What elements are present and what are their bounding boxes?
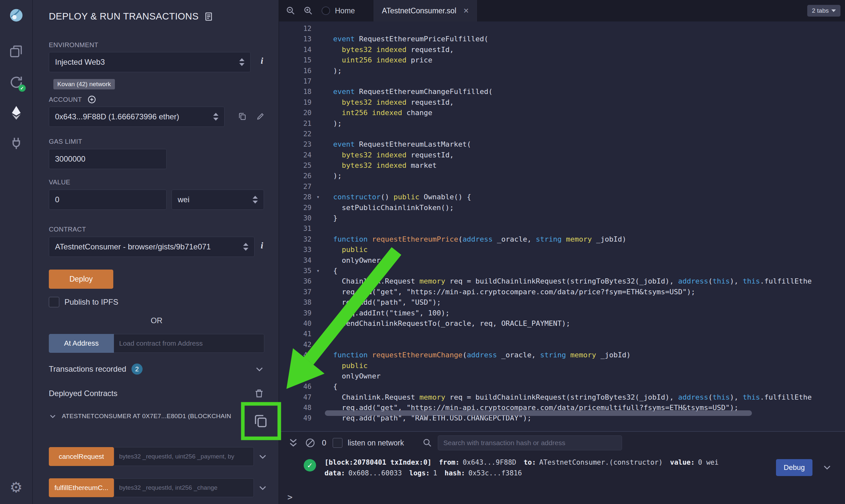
fold-gutter <box>311 413 325 424</box>
function-row: cancelRequest <box>49 447 268 466</box>
chevron-down-icon[interactable] <box>255 364 264 374</box>
add-account-icon[interactable] <box>87 95 96 104</box>
terminal-bar: 0 listen on network <box>279 432 845 454</box>
value-input[interactable] <box>49 190 167 210</box>
fold-gutter <box>311 392 325 402</box>
terminal-search-input[interactable] <box>438 435 622 450</box>
chevron-down-icon[interactable] <box>49 412 57 420</box>
horizontal-scrollbar[interactable] <box>325 410 752 416</box>
function-row: fulfillEthereumC... <box>49 478 268 497</box>
value-label: VALUE <box>49 179 70 186</box>
active-file-name: ATestnetConsumer.sol <box>382 6 456 15</box>
remix-logo-icon[interactable] <box>8 7 24 23</box>
cancelRequest-params-input[interactable] <box>115 447 254 466</box>
code-line: 17 <box>279 76 845 87</box>
code-line: 16 ); <box>279 66 845 76</box>
plugin-manager-icon[interactable] <box>8 135 24 151</box>
file-explorer-icon[interactable] <box>8 43 24 60</box>
chevron-down-icon[interactable] <box>258 483 268 492</box>
deploy-button[interactable]: Deploy <box>49 270 113 289</box>
transactions-recorded-label: Transactions recorded <box>49 364 126 374</box>
code-line: 32 function requestEthereumPrice(address… <box>279 234 845 245</box>
fold-gutter <box>311 297 325 308</box>
code-line: 42 <box>279 340 845 350</box>
fold-gutter <box>311 23 325 34</box>
icon-sidebar: ✓ ⚙ <box>0 0 33 504</box>
pending-tx-count: 0 <box>322 438 326 447</box>
deploy-and-run-icon[interactable] <box>8 105 24 121</box>
environment-label: ENVIRONMENT <box>49 41 98 49</box>
tab-active-file[interactable]: ATestnetConsumer.sol × <box>373 0 478 21</box>
document-icon <box>204 12 213 21</box>
fold-gutter <box>311 381 325 392</box>
unit-select[interactable]: wei <box>172 190 264 210</box>
code-line: 25 bytes32 indexed market <box>279 160 845 171</box>
fold-gutter <box>311 34 325 44</box>
fold-gutter <box>311 87 325 97</box>
fulfillEthereumChange-params-input[interactable] <box>115 478 254 497</box>
code-line: 44 public <box>279 361 845 371</box>
code-line: 40 sendChainlinkRequestTo(_oracle, req, … <box>279 318 845 329</box>
fold-gutter <box>311 287 325 297</box>
unit-value: wei <box>178 195 189 204</box>
fold-gutter <box>311 318 325 329</box>
fold-marker-icon[interactable]: ▾ <box>311 266 325 276</box>
fulfillEthereumChange-button[interactable]: fulfillEthereumC... <box>49 478 114 497</box>
terminal-prompt[interactable]: > <box>288 492 293 502</box>
tab-home[interactable]: Home <box>321 5 355 16</box>
fold-gutter <box>311 340 325 350</box>
debug-button[interactable]: Debug <box>776 459 812 476</box>
edit-account-icon[interactable] <box>256 112 265 121</box>
home-tab-label: Home <box>335 6 355 15</box>
fold-gutter <box>311 276 325 286</box>
cancelRequest-button[interactable]: cancelRequest <box>49 447 114 466</box>
solidity-compiler-icon[interactable]: ✓ <box>8 74 24 90</box>
code-editor[interactable]: 1213 event RequestEthereumPriceFulfilled… <box>279 21 845 431</box>
environment-info-icon[interactable]: i <box>261 56 263 66</box>
zoom-in-icon[interactable] <box>303 5 313 16</box>
copy-contract-address-icon[interactable] <box>253 413 269 429</box>
panel-title-row: DEPLOY & RUN TRANSACTIONS <box>49 11 213 22</box>
deployed-contract-item[interactable]: ATESTNETCONSUMER AT 0X7E7...E80D1 (BLOCK… <box>49 412 244 420</box>
code-line: 39 req.addInt("times", 100); <box>279 308 845 318</box>
account-select[interactable]: 0x643...9F88D (1.666673996 ether) <box>49 107 225 127</box>
at-address-button[interactable]: At Address <box>49 334 114 353</box>
expand-terminal-icon[interactable] <box>288 438 298 448</box>
code-line: 24 bytes32 indexed requestId, <box>279 150 845 160</box>
copy-account-icon[interactable] <box>238 112 247 121</box>
transaction-log-entry[interactable]: ✓ [block:20780401 txIndex:0] from:0x643.… <box>279 457 845 479</box>
fold-gutter <box>311 55 325 65</box>
fold-gutter <box>311 44 325 55</box>
fold-gutter <box>311 171 325 181</box>
deployed-contracts-row: Deployed Contracts <box>49 388 264 399</box>
gas-limit-label: GAS LIMIT <box>49 138 82 145</box>
code-line: 15 uint256 indexed price <box>279 55 845 65</box>
contract-select[interactable]: ATestnetConsumer - browser/gists/9b71e07… <box>49 237 255 257</box>
account-label-row: ACCOUNT <box>49 95 96 104</box>
chevron-down-icon[interactable] <box>258 452 268 462</box>
settings-gear-icon[interactable]: ⚙ <box>10 479 22 496</box>
home-tab-icon <box>321 5 331 16</box>
zoom-out-icon[interactable] <box>286 5 296 16</box>
publish-ipfs-checkbox[interactable] <box>49 297 59 307</box>
success-check-icon: ✓ <box>304 459 316 471</box>
clear-console-icon[interactable] <box>305 438 315 448</box>
code-line: 27 <box>279 181 845 192</box>
fold-gutter <box>311 234 325 245</box>
fold-marker-icon[interactable]: ▾ <box>311 192 325 202</box>
transaction-log-text: [block:20780401 txIndex:0] from:0x643...… <box>325 457 722 479</box>
code-line: 33 public <box>279 245 845 255</box>
deployed-contracts-label: Deployed Contracts <box>49 389 118 398</box>
gas-limit-input[interactable] <box>49 149 167 169</box>
at-address-input[interactable] <box>114 334 264 353</box>
tabs-dropdown[interactable]: 2 tabs <box>807 5 841 17</box>
chevron-down-icon[interactable] <box>822 462 832 472</box>
listen-network-checkbox[interactable] <box>333 438 342 448</box>
fold-gutter <box>311 361 325 371</box>
contract-value: ATestnetConsumer - browser/gists/9b71e07… <box>55 242 211 251</box>
close-tab-icon[interactable]: × <box>464 6 469 15</box>
environment-select[interactable]: Injected Web3 <box>49 52 251 72</box>
contract-info-icon[interactable]: i <box>261 240 263 251</box>
transactions-count-badge: 2 <box>132 363 142 375</box>
trash-icon[interactable] <box>254 388 264 399</box>
